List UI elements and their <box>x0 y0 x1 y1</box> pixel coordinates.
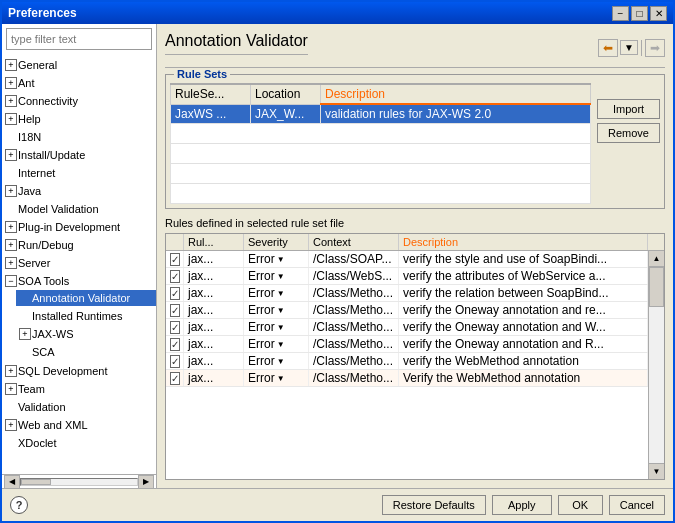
sidebar-item-install-update[interactable]: Install/Update <box>2 146 156 164</box>
rule-check-cell[interactable] <box>166 251 184 267</box>
scroll-up-btn[interactable]: ▲ <box>649 251 664 267</box>
rule-context-cell: /Class/WebS... <box>309 268 399 284</box>
rule-checkbox[interactable] <box>170 253 180 266</box>
severity-dropdown-arrow[interactable]: ▼ <box>277 323 285 332</box>
rule-desc-cell: verify the WebMethod annotation <box>399 353 648 369</box>
list-item[interactable]: jax... Error ▼ /Class/Metho... verify th… <box>166 336 648 353</box>
rule-severity-cell[interactable]: Error ▼ <box>244 336 309 352</box>
scroll-thumb[interactable] <box>21 479 51 485</box>
rule-severity-cell[interactable]: Error ▼ <box>244 285 309 301</box>
expander-icon <box>4 202 18 216</box>
table-row <box>171 144 591 164</box>
rule-checkbox[interactable] <box>170 372 180 385</box>
sidebar-item-plugin-development[interactable]: Plug-in Development <box>2 218 156 236</box>
severity-dropdown-arrow[interactable]: ▼ <box>277 255 285 264</box>
help-button[interactable]: ? <box>10 496 28 514</box>
sidebar-item-model-validation[interactable]: Model Validation <box>2 200 156 218</box>
rule-checkbox[interactable] <box>170 338 180 351</box>
rule-checkbox[interactable] <box>170 287 180 300</box>
sidebar-item-connectivity[interactable]: Connectivity <box>2 92 156 110</box>
expander-icon <box>4 94 18 108</box>
rule-check-cell[interactable] <box>166 336 184 352</box>
rule-severity-cell[interactable]: Error ▼ <box>244 302 309 318</box>
rule-check-cell[interactable] <box>166 285 184 301</box>
rule-severity-cell[interactable]: Error ▼ <box>244 268 309 284</box>
scroll-thumb[interactable] <box>649 267 664 307</box>
maximize-button[interactable]: □ <box>631 6 648 21</box>
sidebar-item-validation[interactable]: Validation <box>2 398 156 416</box>
sidebar-item-team[interactable]: Team <box>2 380 156 398</box>
severity-dropdown-arrow[interactable]: ▼ <box>277 374 285 383</box>
sidebar-item-i18n[interactable]: I18N <box>2 128 156 146</box>
col-header-ruleset: RuleSe... <box>171 84 251 104</box>
import-button[interactable]: Import <box>597 99 660 119</box>
filter-input[interactable] <box>6 28 152 50</box>
nav-forward-btn[interactable]: ➡ <box>645 39 665 57</box>
list-item[interactable]: jax... Error ▼ /Class/WebS... verify the… <box>166 268 648 285</box>
expander-icon <box>4 364 18 378</box>
severity-dropdown-arrow[interactable]: ▼ <box>277 340 285 349</box>
restore-defaults-button[interactable]: Restore Defaults <box>382 495 486 515</box>
rules-section-header: Rules defined in selected rule set file <box>165 217 665 229</box>
rule-severity-cell[interactable]: Error ▼ <box>244 319 309 335</box>
sidebar-item-web-xml[interactable]: Web and XML <box>2 416 156 434</box>
sidebar-item-sca[interactable]: SCA <box>16 343 156 361</box>
list-item[interactable]: jax... Error ▼ /Class/Metho... verify th… <box>166 319 648 336</box>
sidebar-item-ant[interactable]: Ant <box>2 74 156 92</box>
scroll-right-btn[interactable]: ▶ <box>138 475 154 489</box>
remove-button[interactable]: Remove <box>597 123 660 143</box>
severity-dropdown-arrow[interactable]: ▼ <box>277 306 285 315</box>
scroll-left-btn[interactable]: ◀ <box>4 475 20 489</box>
list-item[interactable]: jax... Error ▼ /Class/SOAP... verify the… <box>166 251 648 268</box>
sidebar-item-sql-development[interactable]: SQL Development <box>2 362 156 380</box>
sidebar-item-xdoclet[interactable]: XDoclet <box>2 434 156 452</box>
apply-button[interactable]: Apply <box>492 495 552 515</box>
rule-checkbox[interactable] <box>170 270 180 283</box>
rule-severity-cell[interactable]: Error ▼ <box>244 370 309 386</box>
list-item[interactable]: jax... Error ▼ /Class/Metho... Verify th… <box>166 370 648 387</box>
list-item[interactable]: jax... Error ▼ /Class/Metho... verify th… <box>166 353 648 370</box>
list-item[interactable]: jax... Error ▼ /Class/Metho... verify th… <box>166 285 648 302</box>
scroll-track[interactable] <box>20 478 138 486</box>
rule-checkbox[interactable] <box>170 321 180 334</box>
cancel-button[interactable]: Cancel <box>609 495 665 515</box>
sidebar-item-annotation-validator[interactable]: Annotation Validator <box>16 289 156 307</box>
sidebar-item-run-debug[interactable]: Run/Debug <box>2 236 156 254</box>
sidebar-item-jax-ws[interactable]: JAX-WS <box>16 325 156 343</box>
rules-scroll-area[interactable]: jax... Error ▼ /Class/SOAP... verify the… <box>166 251 648 479</box>
nav-back-btn[interactable]: ⬅ <box>598 39 618 57</box>
sidebar-item-java[interactable]: Java <box>2 182 156 200</box>
rule-severity-cell[interactable]: Error ▼ <box>244 353 309 369</box>
ok-button[interactable]: OK <box>558 495 603 515</box>
sidebar-item-general[interactable]: General <box>2 56 156 74</box>
sidebar-item-help[interactable]: Help <box>2 110 156 128</box>
rule-check-cell[interactable] <box>166 319 184 335</box>
close-button[interactable]: ✕ <box>650 6 667 21</box>
sidebar-filter[interactable] <box>6 28 152 50</box>
rule-checkbox[interactable] <box>170 355 180 368</box>
sidebar-tree: General Ant Connectivity <box>2 54 156 474</box>
rule-check-cell[interactable] <box>166 370 184 386</box>
rule-checkbox[interactable] <box>170 304 180 317</box>
rule-check-cell[interactable] <box>166 302 184 318</box>
scroll-down-btn[interactable]: ▼ <box>649 463 664 479</box>
sidebar-item-soa-tools[interactable]: SOA Tools Annotation Validator <box>2 272 156 362</box>
severity-dropdown-arrow[interactable]: ▼ <box>277 289 285 298</box>
minimize-button[interactable]: − <box>612 6 629 21</box>
rule-context-cell: /Class/Metho... <box>309 319 399 335</box>
rule-severity-cell[interactable]: Error ▼ <box>244 251 309 267</box>
sidebar-item-internet[interactable]: Internet <box>2 164 156 182</box>
scroll-thumb-area[interactable] <box>649 267 664 463</box>
severity-dropdown-arrow[interactable]: ▼ <box>277 357 285 366</box>
table-row[interactable]: JaxWS ... JAX_W... validation rules for … <box>171 104 591 124</box>
nav-dropdown-btn[interactable]: ▼ <box>620 40 638 55</box>
rule-desc-cell: verify the attributes of WebService a... <box>399 268 648 284</box>
expander-icon <box>18 291 32 305</box>
sidebar-item-server[interactable]: Server <box>2 254 156 272</box>
rule-check-cell[interactable] <box>166 353 184 369</box>
sidebar-scrollbar[interactable]: ◀ ▶ <box>2 474 156 488</box>
list-item[interactable]: jax... Error ▼ /Class/Metho... verify th… <box>166 302 648 319</box>
rule-check-cell[interactable] <box>166 268 184 284</box>
severity-dropdown-arrow[interactable]: ▼ <box>277 272 285 281</box>
sidebar-item-installed-runtimes[interactable]: Installed Runtimes <box>16 307 156 325</box>
